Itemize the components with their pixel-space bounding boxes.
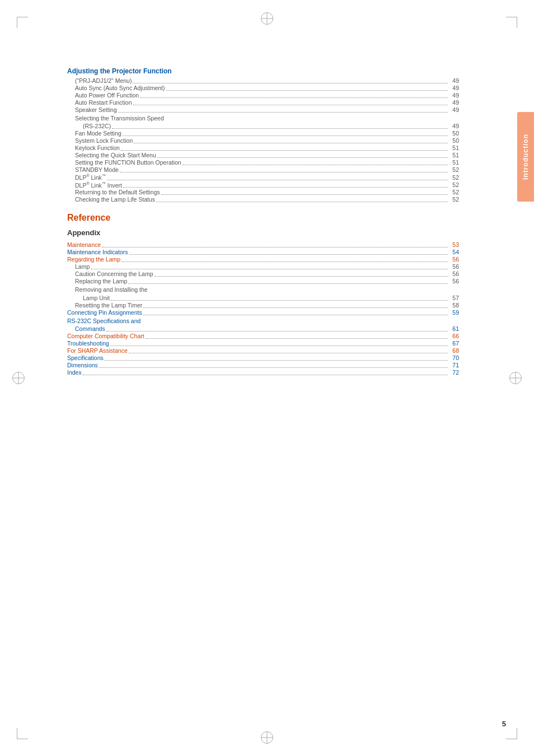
toc-page: 49 — [449, 85, 459, 91]
toc-dots — [129, 249, 448, 255]
toc-row-lamp: Lamp 56 — [67, 263, 459, 270]
toc-page: 56 — [449, 270, 459, 277]
toc-row-commands: Commands 61 — [67, 325, 459, 332]
toc-dots — [154, 271, 448, 277]
toc-row-specifications: Specifications 70 — [67, 354, 459, 361]
toc-dots — [107, 175, 448, 180]
side-tab-introduction: Introduction — [517, 112, 534, 202]
toc-label: Computer Compatibility Chart — [67, 333, 144, 339]
toc-dots — [118, 107, 448, 113]
toc-page: 49 — [449, 106, 459, 113]
toc-row-removing-label: Removing and Installing the — [67, 285, 459, 294]
toc-label: RS-232C Specifications and — [67, 318, 140, 324]
toc-row-rs232c: (RS-232C) 49 — [67, 123, 459, 129]
toc-row-auto-power: Auto Power Off Function 49 — [67, 92, 459, 99]
toc-dots — [143, 310, 448, 315]
toc-dots — [123, 130, 448, 136]
toc-label: DLP® Link™ Invert — [75, 181, 122, 189]
toc-dots — [111, 295, 448, 301]
toc-label: Checking the Lamp Life Status — [75, 196, 155, 203]
appendix-toc: Maintenance 53 Maintenance Indicators 54… — [67, 241, 459, 376]
side-tab-label: Introduction — [522, 134, 530, 180]
content-area: Adjusting the Projector Function ("PRJ-A… — [67, 67, 459, 376]
toc-label: DLP® Link™ — [75, 174, 106, 181]
toc-label: (RS-232C) — [83, 123, 111, 129]
toc-row-function-btn: Setting the FUNCTION Button Operation 51 — [67, 159, 459, 166]
toc-page: 56 — [449, 256, 459, 263]
toc-label: Selecting the Quick Start Menu — [75, 152, 156, 158]
toc-label: Auto Restart Function — [75, 99, 132, 106]
toc-page: 51 — [449, 159, 459, 166]
toc-page: 53 — [449, 241, 459, 248]
toc-dots — [121, 145, 448, 151]
top-center-cross — [261, 12, 273, 25]
toc-page: 56 — [449, 278, 459, 284]
toc-label: Index — [67, 369, 82, 376]
toc-page: 59 — [449, 309, 459, 316]
toc-page: 57 — [449, 295, 459, 301]
toc-row-auto-sync: Auto Sync (Auto Sync Adjustment) 49 — [67, 85, 459, 91]
toc-label: For SHARP Assistance — [67, 347, 128, 354]
toc-row-fan-mode: Fan Mode Setting 50 — [67, 130, 459, 137]
toc-label: Specifications — [67, 354, 104, 361]
toc-label: System Lock Function — [75, 137, 133, 144]
toc-dots — [102, 242, 448, 248]
toc-page: 72 — [449, 369, 459, 376]
toc-label: Selecting the Transmission Speed — [75, 115, 164, 122]
toc-page: 52 — [449, 196, 459, 203]
toc-row-index: Index 72 — [67, 369, 459, 376]
toc-page: 52 — [449, 189, 459, 195]
toc-dots — [140, 92, 448, 98]
toc-row-trans-speed-label: Selecting the Transmission Speed — [67, 114, 459, 123]
toc-row-system-lock: System Lock Function 50 — [67, 137, 459, 144]
section1-heading: Adjusting the Projector Function — [67, 67, 459, 75]
toc-label: Dimensions — [67, 362, 98, 368]
toc-label: Lamp Unit — [83, 295, 110, 301]
toc-label: Auto Sync (Auto Sync Adjustment) — [75, 85, 165, 91]
corner-mark-bl — [17, 728, 28, 739]
toc-dots — [123, 182, 448, 188]
toc-dots — [182, 160, 448, 165]
toc-label: Maintenance — [67, 241, 101, 248]
page-number: 5 — [502, 720, 506, 728]
toc-page: 50 — [449, 130, 459, 137]
toc-row-connecting-pin: Connecting Pin Assignments 59 — [67, 309, 459, 316]
toc-page: 52 — [449, 181, 459, 188]
appendix-heading: Appendix — [67, 228, 459, 237]
toc-dots — [161, 189, 448, 195]
toc-label: Replacing the Lamp — [75, 278, 127, 284]
toc-dots — [134, 138, 448, 143]
toc-label: Regarding the Lamp — [67, 256, 120, 263]
toc-row-lamp-unit: Lamp Unit 57 — [67, 295, 459, 301]
toc-label: Speaker Setting — [75, 106, 117, 113]
toc-dots — [128, 278, 448, 284]
toc-row-regarding-lamp: Regarding the Lamp 56 — [67, 256, 459, 263]
toc-label: Resetting the Lamp Timer — [75, 302, 142, 309]
toc-dots — [143, 302, 448, 308]
toc-label: Caution Concerning the Lamp — [75, 270, 153, 277]
toc-page: 66 — [449, 333, 459, 339]
toc-label: Keylock Function — [75, 144, 120, 151]
toc-label: Troubleshooting — [67, 340, 109, 347]
toc-label: Lamp — [75, 263, 90, 270]
toc-dots — [146, 333, 448, 339]
toc-label: Commands — [75, 325, 105, 332]
toc-label: Connecting Pin Assignments — [67, 309, 142, 316]
toc-dots — [156, 197, 448, 202]
toc-row-prj-menu: ("PRJ-ADJ1/2" Menu) 49 — [67, 77, 459, 84]
toc-dots — [133, 100, 448, 105]
toc-label: Maintenance Indicators — [67, 249, 128, 255]
toc-dots — [106, 326, 448, 332]
toc-page: 71 — [449, 362, 459, 368]
toc-row-default-settings: Returning to the Default Settings 52 — [67, 189, 459, 195]
toc-dots — [91, 264, 448, 269]
toc-label: Setting the FUNCTION Button Operation — [75, 159, 181, 166]
toc-dots — [120, 167, 448, 172]
toc-label: Removing and Installing the — [75, 286, 148, 293]
section1-block: Adjusting the Projector Function ("PRJ-A… — [67, 67, 459, 203]
toc-page: 49 — [449, 123, 459, 129]
toc-dots — [105, 355, 448, 361]
toc-row-troubleshooting: Troubleshooting 67 — [67, 340, 459, 347]
toc-row-replacing-lamp: Replacing the Lamp 56 — [67, 278, 459, 284]
toc-label: Fan Mode Setting — [75, 130, 121, 137]
